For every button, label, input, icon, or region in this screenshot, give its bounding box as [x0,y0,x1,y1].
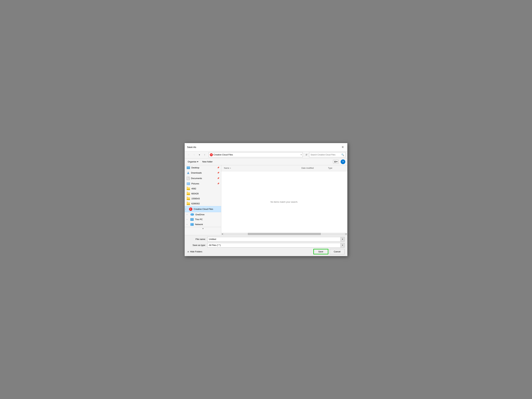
pin-icon-pictures: 📌 [217,183,219,185]
sidebar: Desktop 📌 Downloads 📌 Documents 📌 [185,165,221,235]
folder-icon-4082 [187,187,190,190]
sidebar-item-downloads[interactable]: Downloads 📌 [185,170,221,176]
save-type-input[interactable] [208,244,341,246]
h-scroll-right-button[interactable]: ▸ [345,233,347,235]
pin-icon-desktop: 📌 [217,167,219,169]
sidebar-label-creative-cloud: Creative Cloud Files [194,208,213,210]
column-headers: Name ∧ Date modified Type [221,165,347,171]
documents-icon [187,177,190,180]
sidebar-item-network[interactable]: › Network [185,222,221,227]
path-dropdown-button[interactable]: ▾ [301,154,302,156]
sidebar-item-onedrive[interactable]: › OneDrive [185,212,221,217]
sidebar-label-6289302: 6289302 [191,202,200,205]
sidebar-item-pictures[interactable]: Pictures 📌 [185,181,221,186]
folder-icon-683428 [187,192,190,195]
up-icon: ↑ [204,153,205,156]
desktop-icon [187,166,190,169]
sidebar-label-1556543: 1556543 [191,197,200,200]
pictures-icon [187,182,190,185]
sidebar-label-network: Network [195,223,203,226]
column-name-label: Name [224,167,229,169]
save-type-input-wrap[interactable]: ▾ [207,243,345,247]
h-scroll-thumb[interactable] [248,233,321,235]
sidebar-label-onedrive: OneDrive [195,213,204,216]
save-type-label: Save as type: [187,244,207,246]
file-name-label: File name: [187,238,207,241]
up-button[interactable]: ↑ [202,152,207,157]
file-name-input[interactable] [208,238,341,241]
forward-button[interactable]: → [192,152,196,157]
sidebar-label-documents: Documents [191,177,202,180]
sidebar-label-pictures: Pictures [191,182,199,185]
sidebar-item-creative-cloud[interactable]: › Ai Creative Cloud Files [185,206,221,212]
nav-bar: ← → ▾ ↑ Ai Creative Cloud Files ▾ ↺ 🔍 [185,151,347,158]
column-name[interactable]: Name ∧ [224,167,301,169]
onedrive-icon [190,213,194,216]
search-bar[interactable]: 🔍 [309,152,346,157]
sidebar-label-4082: 4082 [191,187,196,190]
dropdown-button[interactable]: ▾ [197,152,202,157]
sidebar-label-desktop: Desktop [191,166,199,169]
sidebar-label-683428: 683428 [191,192,198,195]
file-name-dropdown[interactable]: ▾ [341,237,344,241]
column-date[interactable]: Date modified [301,167,328,169]
file-name-row: File name: ▾ [187,237,345,241]
downloads-icon [187,171,190,174]
organise-button[interactable]: Organise ▾ [187,160,199,164]
sidebar-scroll-down-arrow[interactable]: ▾ [203,228,203,230]
back-icon: ← [188,153,190,156]
new-folder-label: New folder [202,160,213,163]
path-bar[interactable]: Ai Creative Cloud Files ▾ [209,152,303,157]
close-button[interactable]: ✕ [340,145,345,149]
hide-folders-arrow: ∧ [187,250,189,253]
view-button[interactable]: ⊞ ▾ [333,160,339,164]
organise-label: Organise [188,160,196,163]
dropdown-icon: ▾ [199,153,200,156]
folder-icon-1556543 [187,197,190,200]
cancel-button[interactable]: Cancel [330,249,345,254]
cc-expand-arrow: › [185,208,188,210]
svg-rect-0 [187,174,189,174]
action-row: ∧ Hide Folders Save Cancel [187,249,345,254]
sidebar-item-683428[interactable]: 683428 [185,191,221,196]
sidebar-item-this-pc[interactable]: › This PC [185,217,221,222]
back-button[interactable]: ← [186,152,191,157]
h-scroll-left-button[interactable]: ◂ [221,233,224,235]
toolbar: Organise ▾ New folder ⊞ ▾ ? [185,158,347,165]
new-folder-button[interactable]: New folder [201,160,214,164]
sidebar-label-downloads: Downloads [191,171,202,174]
save-as-dialog: Save As ✕ ← → ▾ ↑ Ai Creative Cloud File… [184,143,348,256]
cc-icon: Ai [189,208,192,211]
pin-icon-downloads: 📌 [217,172,219,174]
organise-dropdown-icon: ▾ [197,160,198,163]
sidebar-item-6289302[interactable]: 6289302 [185,201,221,206]
help-button[interactable]: ? [341,159,345,164]
hide-folders-button[interactable]: ∧ Hide Folders [187,250,202,253]
column-type-label: Type [328,167,332,169]
cc-path-icon: Ai [210,153,213,156]
thispc-icon [190,218,194,221]
refresh-button[interactable]: ↺ [304,153,308,157]
action-buttons: Save Cancel [313,249,345,254]
sidebar-item-1556543[interactable]: 1556543 [185,196,221,201]
help-icon: ? [342,160,344,163]
save-type-row: Save as type: ▾ [187,243,345,247]
title-bar: Save As ✕ [185,143,347,151]
sidebar-item-documents[interactable]: Documents 📌 [185,176,221,181]
save-type-dropdown[interactable]: ▾ [341,243,344,247]
refresh-icon: ↺ [305,153,307,156]
save-button[interactable]: Save [313,249,328,254]
h-scroll-track[interactable] [224,233,345,235]
search-input[interactable] [310,154,340,156]
thispc-expand-arrow: › [187,218,189,220]
forward-icon: → [193,153,195,156]
file-name-input-wrap[interactable]: ▾ [207,237,345,241]
sidebar-label-this-pc: This PC [195,218,203,221]
sidebar-item-desktop[interactable]: Desktop 📌 [185,165,221,170]
network-expand-arrow: › [187,223,189,225]
empty-message: No items match your search. [221,171,347,233]
column-type[interactable]: Type [328,167,345,169]
column-date-label: Date modified [301,167,314,169]
sidebar-item-4082[interactable]: 4082 [185,186,221,191]
h-scrollbar: ◂ ▸ [221,233,347,235]
